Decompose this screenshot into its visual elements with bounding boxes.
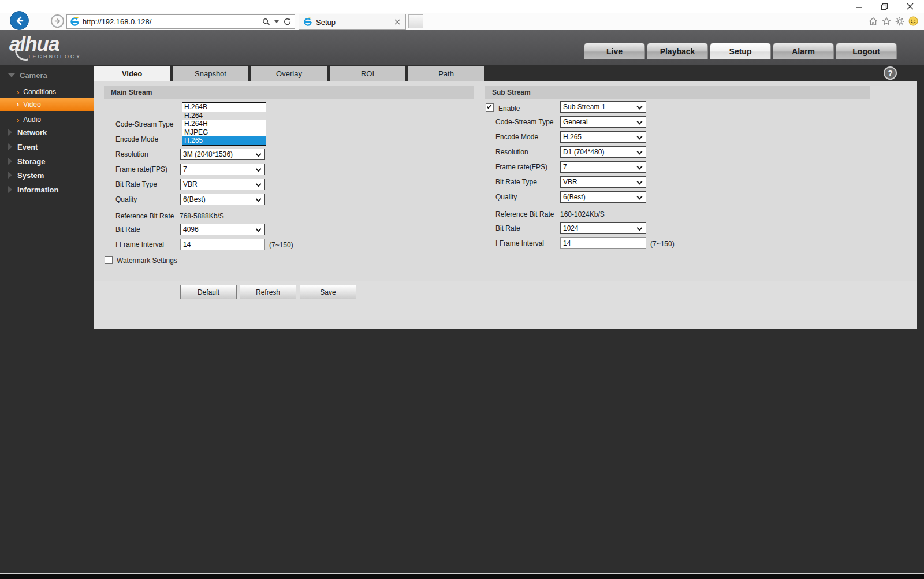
sub-resolution-value: D1 (704*480) <box>563 148 604 156</box>
feedback-smiley-icon[interactable] <box>908 16 918 26</box>
enable-checkbox[interactable] <box>486 103 494 112</box>
help-button[interactable]: ? <box>884 66 897 80</box>
new-tab-button[interactable] <box>408 14 423 28</box>
chevron-right-icon: › <box>17 100 19 109</box>
chevron-down-icon <box>256 196 262 202</box>
bit-rate-select[interactable]: 4096 <box>180 224 265 235</box>
tab-snapshot[interactable]: Snapshot <box>173 66 248 81</box>
sub-bit-rate-select[interactable]: 1024 <box>560 222 646 234</box>
sub-encode-mode-select[interactable]: H.265 <box>560 131 646 143</box>
nav-logout-button[interactable]: Logout <box>836 43 897 59</box>
browser-tab-setup[interactable]: Setup <box>299 14 406 30</box>
sub-code-stream-type-label: Code-Stream Type <box>495 118 554 126</box>
sidebar-item-camera[interactable]: Camera <box>0 69 94 81</box>
triangle-collapsed-icon <box>8 143 12 150</box>
tab-close-icon[interactable] <box>394 19 400 25</box>
settings-gear-icon[interactable] <box>895 17 904 26</box>
sub-quality-value: 6(Best) <box>563 193 586 201</box>
sidebar-network-label: Network <box>17 128 47 137</box>
close-button[interactable] <box>901 1 919 12</box>
frame-rate-select[interactable]: 7 <box>180 164 265 175</box>
content-tabstrip: Video Snapshot Overlay ROI Path <box>94 66 484 81</box>
i-frame-interval-label: I Frame Interval <box>116 240 164 248</box>
sidebar-item-conditions[interactable]: › Conditions <box>0 86 94 98</box>
sidebar-storage-label: Storage <box>17 157 45 166</box>
favorites-star-icon[interactable] <box>882 17 891 26</box>
search-options-caret-icon[interactable] <box>274 20 279 23</box>
sub-encode-mode-label: Encode Mode <box>495 133 538 141</box>
minimize-button[interactable] <box>850 1 867 12</box>
panel-footer: Default Refresh Save <box>94 281 917 329</box>
nav-setup-button[interactable]: Setup <box>710 43 771 59</box>
content-panel: Main Stream Sub Stream Code-Stream Type … <box>94 81 917 329</box>
sidebar-item-network[interactable]: Network <box>0 127 94 138</box>
sub-bit-rate-type-select[interactable]: VBR <box>560 176 646 188</box>
sub-resolution-select[interactable]: D1 (704*480) <box>560 146 646 158</box>
triangle-collapsed-icon <box>8 186 12 193</box>
sub-code-stream-type-select[interactable]: General <box>560 116 646 128</box>
triangle-collapsed-icon <box>8 129 12 136</box>
sidebar-item-system[interactable]: System <box>0 169 94 181</box>
nav-live-button[interactable]: Live <box>584 43 645 59</box>
checkmark-icon <box>487 104 491 109</box>
tab-path[interactable]: Path <box>408 66 484 81</box>
dropdown-option[interactable]: H.264H <box>182 120 266 128</box>
quality-select[interactable]: 6(Best) <box>180 194 265 205</box>
sub-i-frame-interval-hint: (7~150) <box>650 240 675 248</box>
sidebar-event-label: Event <box>17 143 38 151</box>
tab-video[interactable]: Video <box>94 66 170 81</box>
chevron-down-icon <box>637 134 643 140</box>
sidebar-item-video[interactable]: › Video <box>0 98 94 111</box>
sub-frame-rate-label: Frame rate(FPS) <box>495 163 547 171</box>
enable-label: Enable <box>498 105 520 113</box>
i-frame-interval-input[interactable] <box>180 239 265 250</box>
sub-frame-rate-select[interactable]: 7 <box>560 161 646 173</box>
sidebar-video-label: Video <box>23 101 40 109</box>
home-icon[interactable] <box>869 17 878 26</box>
main-stream-section-header: Main Stream <box>104 86 474 99</box>
sidebar-item-storage[interactable]: Storage <box>0 155 94 167</box>
sub-quality-select[interactable]: 6(Best) <box>560 191 646 203</box>
chevron-down-icon <box>637 104 643 110</box>
sidebar-item-audio[interactable]: › Audio <box>0 114 94 125</box>
address-bar[interactable]: http://192.168.0.128/ <box>66 14 295 29</box>
forward-arrow-icon <box>54 17 61 25</box>
bit-rate-type-select[interactable]: VBR <box>180 179 265 190</box>
tab-roi[interactable]: ROI <box>330 66 405 81</box>
chevron-down-icon <box>256 166 262 172</box>
sub-stream-select[interactable]: Sub Stream 1 <box>560 101 646 113</box>
nav-playback-button[interactable]: Playback <box>647 43 708 59</box>
sub-stream-value: Sub Stream 1 <box>563 103 605 111</box>
sub-resolution-label: Resolution <box>495 148 528 156</box>
refresh-button[interactable]: Refresh <box>240 285 296 299</box>
default-button[interactable]: Default <box>180 285 237 299</box>
restore-button[interactable] <box>875 1 893 12</box>
url-text[interactable]: http://192.168.0.128/ <box>83 17 151 26</box>
sub-bit-rate-label: Bit Rate <box>495 224 520 232</box>
nav-alarm-button[interactable]: Alarm <box>773 43 834 59</box>
sub-quality-label: Quality <box>495 193 517 201</box>
sub-i-frame-interval-input[interactable] <box>560 237 646 249</box>
forward-button[interactable] <box>51 14 64 28</box>
resolution-select[interactable]: 3M (2048*1536) <box>180 149 265 160</box>
resolution-value: 3M (2048*1536) <box>183 150 233 158</box>
sidebar-item-event[interactable]: Event <box>0 141 94 153</box>
sidebar-item-information[interactable]: Information <box>0 184 94 195</box>
i-frame-interval-hint: (7~150) <box>269 241 293 249</box>
save-button[interactable]: Save <box>300 285 356 299</box>
browser-window: http://192.168.0.128/ Setup <box>0 0 924 579</box>
sidebar-audio-label: Audio <box>23 116 41 124</box>
back-button[interactable] <box>10 11 29 30</box>
code-stream-type-open-dropdown: H.264B H.264 H.264H MJPEG H.265 <box>182 102 266 146</box>
dropdown-option[interactable]: MJPEG <box>182 128 266 137</box>
dropdown-option[interactable]: H.264B <box>182 103 266 112</box>
dropdown-option[interactable]: H.264 <box>182 112 266 120</box>
sub-bit-rate-type-label: Bit Rate Type <box>495 178 537 186</box>
refresh-icon[interactable] <box>283 17 292 26</box>
dropdown-option-selected[interactable]: H.265 <box>182 136 266 145</box>
chevron-right-icon: › <box>17 88 19 96</box>
watermark-checkbox[interactable] <box>105 256 113 264</box>
tab-overlay[interactable]: Overlay <box>251 66 327 81</box>
search-icon[interactable] <box>262 18 270 26</box>
app-body: Camera › Conditions › Video › Audio Netw… <box>0 65 924 573</box>
